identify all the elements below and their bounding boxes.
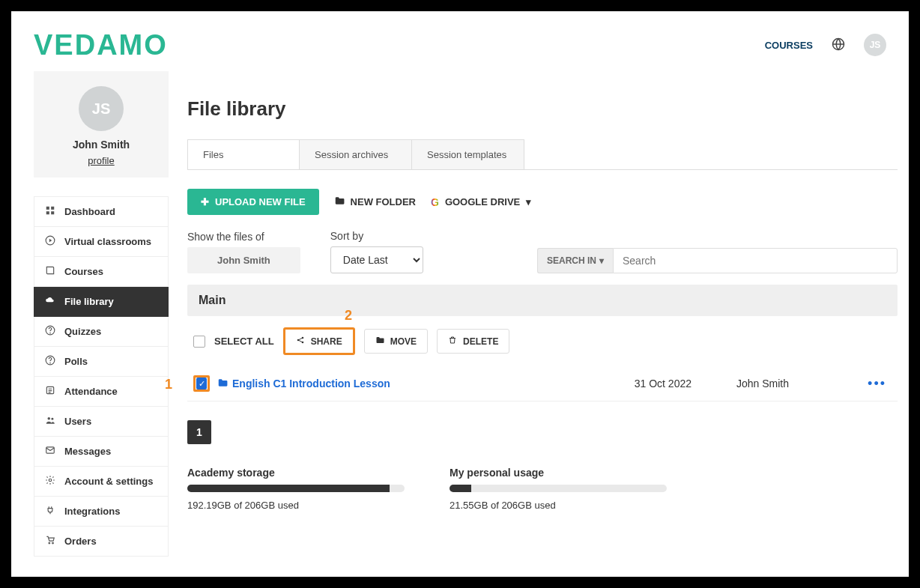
svg-point-7 xyxy=(50,333,51,333)
personal-progress xyxy=(450,485,667,492)
select-all-button[interactable]: SELECT ALL xyxy=(214,336,274,347)
page-title: File library xyxy=(187,97,898,121)
sidebar-item-quizzes[interactable]: Quizzes xyxy=(34,317,169,347)
button-label: MOVE xyxy=(390,336,417,347)
show-files-value[interactable]: John Smith xyxy=(187,247,300,273)
file-list: 1 ✓ English C1 Introduction Lesson 31 Oc… xyxy=(187,366,898,401)
trash-icon xyxy=(448,336,457,347)
personal-progress-fill xyxy=(450,485,471,492)
sidebar-item-label: Integrations xyxy=(64,506,120,517)
mail-icon xyxy=(45,445,55,458)
svg-point-11 xyxy=(48,417,51,420)
main-layout: JS John Smith profile Dashboard Virtual … xyxy=(11,71,909,568)
file-row: ✓ English C1 Introduction Lesson 31 Oct … xyxy=(187,366,898,401)
sort-by-select[interactable]: Date Last xyxy=(330,246,423,273)
chevron-down-icon: ▾ xyxy=(526,196,531,207)
file-checkbox-highlight: ✓ xyxy=(193,375,210,392)
move-button[interactable]: MOVE xyxy=(364,329,428,354)
personal-storage-label: My personal usage xyxy=(450,467,667,479)
google-drive-button[interactable]: G GOOGLE DRIVE ▾ xyxy=(431,196,531,208)
button-label: UPLOAD NEW FILE xyxy=(215,196,306,207)
file-name-link[interactable]: English C1 Introduction Lesson xyxy=(217,378,390,390)
tab-session-archives[interactable]: Session archives xyxy=(300,139,412,169)
sidebar: JS John Smith profile Dashboard Virtual … xyxy=(34,71,169,557)
sidebar-item-messages[interactable]: Messages xyxy=(34,437,169,467)
callout-two: 2 xyxy=(345,308,352,324)
folder-icon xyxy=(375,336,384,347)
tab-files[interactable]: Files xyxy=(187,139,300,169)
svg-rect-1 xyxy=(46,207,49,210)
top-header: VEDAMO COURSES JS xyxy=(11,11,909,71)
top-header-right: COURSES JS xyxy=(765,34,886,56)
sidebar-item-attendance[interactable]: Attendance xyxy=(34,377,169,407)
sidebar-item-label: Attendance xyxy=(64,386,118,397)
delete-button[interactable]: DELETE xyxy=(437,329,509,354)
chevron-down-icon: ▾ xyxy=(599,255,604,266)
profile-name: John Smith xyxy=(41,139,161,151)
courses-link[interactable]: COURSES xyxy=(765,40,813,51)
select-all-checkbox[interactable] xyxy=(193,336,205,348)
profile-card: JS John Smith profile xyxy=(34,71,169,178)
sidebar-item-label: Dashboard xyxy=(64,206,115,217)
sidebar-item-integrations[interactable]: Integrations xyxy=(34,497,169,527)
upload-new-file-button[interactable]: ✚ UPLOAD NEW FILE xyxy=(187,189,319,215)
file-date: 31 Oct 2022 xyxy=(635,378,691,390)
sidebar-item-label: Orders xyxy=(64,536,97,547)
content: File library Files Session archives Sess… xyxy=(187,71,898,557)
personal-storage: My personal usage 21.55GB of 206GB used xyxy=(450,467,667,511)
gear-icon xyxy=(45,475,55,488)
sidebar-item-polls[interactable]: Polls xyxy=(34,347,169,377)
tabs: Files Session archives Session templates xyxy=(187,139,898,170)
svg-rect-4 xyxy=(51,211,54,214)
sidebar-item-label: Quizzes xyxy=(64,326,101,337)
sidebar-nav: Dashboard Virtual classrooms Courses Fil… xyxy=(34,196,169,557)
academy-progress-fill xyxy=(187,485,390,492)
sidebar-item-virtual-classrooms[interactable]: Virtual classrooms xyxy=(34,227,169,257)
globe-icon[interactable] xyxy=(832,37,845,53)
show-files-label: Show the files of xyxy=(187,231,300,243)
profile-link[interactable]: profile xyxy=(88,155,114,166)
action-row: 2 SELECT ALL SHARE MOVE DELETE xyxy=(193,327,898,355)
button-label: NEW FOLDER xyxy=(351,196,416,207)
sort-by-filter: Sort by Date Last xyxy=(330,230,423,273)
sidebar-item-file-library[interactable]: File library xyxy=(34,287,169,317)
button-label: SHARE xyxy=(311,336,342,347)
share-button[interactable]: SHARE xyxy=(283,327,355,355)
svg-rect-3 xyxy=(46,211,49,214)
app-frame: VEDAMO COURSES JS JS John Smith profile … xyxy=(11,11,909,577)
file-checkbox[interactable]: ✓ xyxy=(196,378,207,390)
show-files-filter: Show the files of John Smith xyxy=(187,231,300,273)
page-one-button[interactable]: 1 xyxy=(187,420,211,444)
question-icon xyxy=(45,355,55,368)
plus-icon: ✚ xyxy=(201,196,209,207)
sidebar-item-users[interactable]: Users xyxy=(34,407,169,437)
profile-avatar: JS xyxy=(79,86,124,131)
svg-point-12 xyxy=(51,418,53,420)
academy-storage-text: 192.19GB of 206GB used xyxy=(187,500,405,511)
sidebar-item-dashboard[interactable]: Dashboard xyxy=(34,196,169,227)
new-folder-button[interactable]: NEW FOLDER xyxy=(334,196,416,208)
academy-storage-label: Academy storage xyxy=(187,467,405,479)
sidebar-item-courses[interactable]: Courses xyxy=(34,257,169,287)
svg-point-15 xyxy=(49,542,50,544)
academy-storage: Academy storage 192.19GB of 206GB used xyxy=(187,467,405,511)
search-wrap: SEARCH IN ▾ xyxy=(537,248,898,273)
header-avatar[interactable]: JS xyxy=(864,34,886,56)
book-icon xyxy=(45,265,55,278)
sidebar-item-orders[interactable]: Orders xyxy=(34,527,169,557)
pagination: 1 xyxy=(187,420,898,444)
list-icon xyxy=(45,385,55,398)
personal-storage-text: 21.55GB of 206GB used xyxy=(450,500,667,511)
tab-session-templates[interactable]: Session templates xyxy=(412,139,524,169)
search-input[interactable] xyxy=(613,248,898,273)
play-circle-icon xyxy=(45,235,55,248)
search-in-label: SEARCH IN xyxy=(547,255,596,266)
callout-one: 1 xyxy=(165,376,172,392)
file-name-text: English C1 Introduction Lesson xyxy=(232,378,390,390)
sidebar-item-account-settings[interactable]: Account & settings xyxy=(34,467,169,497)
file-actions-menu[interactable]: ••• xyxy=(841,376,886,392)
vedamo-logo: VEDAMO xyxy=(34,29,168,61)
storage-row: Academy storage 192.19GB of 206GB used M… xyxy=(187,467,898,511)
search-in-dropdown[interactable]: SEARCH IN ▾ xyxy=(537,248,613,273)
sidebar-item-label: Messages xyxy=(64,446,111,457)
